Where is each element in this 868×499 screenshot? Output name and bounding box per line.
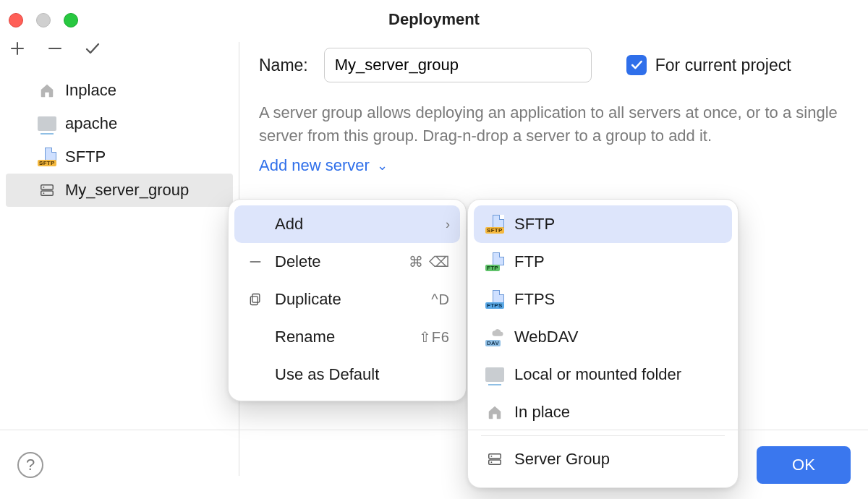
menu-item-add[interactable]: Add › [234, 205, 460, 243]
sftp-icon: SFTP [38, 148, 56, 166]
menu-item-shortcut: ⇧F6 [419, 328, 450, 346]
menu-item-rename[interactable]: Rename ⇧F6 [234, 318, 460, 356]
duplicate-icon [244, 292, 266, 307]
tree-item-inplace[interactable]: Inplace [0, 74, 239, 107]
server-group-icon [38, 181, 56, 200]
svg-rect-0 [41, 185, 54, 189]
submenu-item-local[interactable]: Local or mounted folder [474, 356, 732, 393]
webdav-icon: DAV [484, 328, 506, 346]
svg-rect-5 [250, 297, 258, 305]
submenu-item-ftp[interactable]: FTP FTP [474, 243, 732, 281]
tree-item-label: apache [65, 114, 117, 133]
sidebar: Inplace apache SFTP SFTP My_server_group [0, 32, 239, 427]
menu-item-duplicate[interactable]: Duplicate ^D [234, 281, 460, 318]
description-text: A server group allows deploying an appli… [259, 101, 867, 148]
sidebar-toolbar [0, 32, 239, 69]
tree-item-apache[interactable]: apache [0, 107, 239, 140]
help-button[interactable]: ? [17, 452, 43, 478]
menu-item-delete[interactable]: Delete ⌘ ⌫ [234, 243, 460, 281]
submenu-item-label: SFTP [514, 215, 722, 234]
submenu-item-label: FTP [514, 252, 722, 271]
submenu-item-label: FTPS [514, 290, 722, 309]
ftps-icon: FTPS [484, 290, 506, 309]
submenu-item-webdav[interactable]: DAV WebDAV [474, 318, 732, 356]
add-button[interactable] [9, 40, 26, 61]
submenu-item-ftps[interactable]: FTPS FTPS [474, 281, 732, 318]
ok-button[interactable]: OK [757, 446, 851, 484]
submenu-item-sftp[interactable]: SFTP SFTP [474, 205, 732, 243]
tree-item-sftp[interactable]: SFTP SFTP [0, 140, 239, 174]
checkbox-label: For current project [655, 56, 791, 75]
minus-icon [46, 40, 64, 57]
sftp-icon: SFTP [484, 215, 506, 234]
chevron-right-icon: › [446, 217, 450, 232]
menu-item-label: Delete [275, 252, 409, 271]
plus-icon [9, 40, 26, 57]
ftp-icon: FTP [484, 252, 506, 271]
name-input[interactable] [324, 48, 592, 82]
name-row: Name: For current project [259, 48, 868, 82]
menu-item-label: Duplicate [275, 290, 431, 309]
submenu-item-label: In place [514, 403, 722, 422]
submenu-item-label: WebDAV [514, 328, 722, 346]
svg-point-3 [43, 192, 45, 194]
folder-network-icon [484, 367, 506, 382]
set-default-button[interactable] [84, 40, 101, 61]
context-menu: Add › Delete ⌘ ⌫ Duplicate ^D Rename ⇧F6… [228, 199, 467, 401]
server-tree: Inplace apache SFTP SFTP My_server_group [0, 69, 239, 207]
window-title: Deployment [0, 10, 868, 29]
add-new-server-link[interactable]: Add new server ⌄ [259, 156, 868, 175]
menu-item-shortcut: ⌘ ⌫ [409, 253, 450, 270]
chevron-down-icon: ⌄ [377, 158, 388, 174]
tree-item-label: Inplace [65, 81, 116, 100]
home-icon [38, 81, 56, 100]
question-icon: ? [26, 456, 35, 474]
checkbox-icon [626, 55, 647, 75]
home-icon [484, 404, 506, 420]
folder-network-icon [38, 114, 56, 133]
tree-item-label: My_server_group [65, 181, 189, 200]
menu-item-label: Use as Default [275, 365, 450, 384]
submenu-item-inplace[interactable]: In place [474, 393, 732, 431]
menu-item-use-default[interactable]: Use as Default [234, 356, 460, 393]
tree-item-server-group[interactable]: My_server_group [6, 174, 233, 207]
remove-button[interactable] [46, 40, 64, 61]
check-icon [84, 40, 101, 57]
minus-icon [244, 255, 266, 269]
add-new-server-label: Add new server [259, 156, 370, 175]
submenu-item-label: Local or mounted folder [514, 365, 722, 384]
menu-item-shortcut: ^D [431, 291, 450, 308]
svg-rect-1 [41, 191, 54, 195]
tree-item-label: SFTP [65, 148, 106, 166]
menu-item-label: Add [275, 215, 446, 234]
svg-point-2 [43, 187, 45, 188]
bottom-bar: ? OK [0, 430, 868, 499]
menu-item-label: Rename [275, 328, 419, 346]
titlebar: Deployment [0, 0, 868, 32]
current-project-checkbox[interactable]: For current project [626, 55, 791, 75]
name-label: Name: [259, 56, 308, 75]
svg-rect-4 [252, 294, 260, 303]
